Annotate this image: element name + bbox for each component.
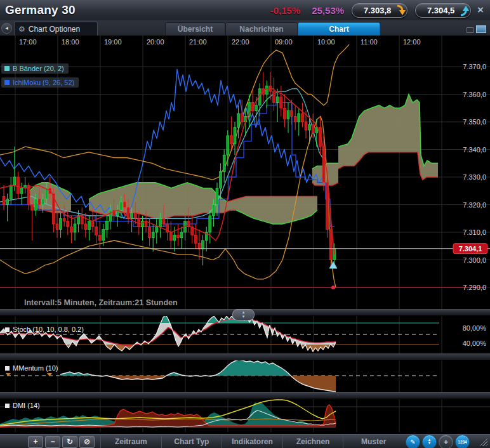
svg-text:7.304,1: 7.304,1 <box>459 245 482 253</box>
clear-icon[interactable]: ⊘ <box>79 436 95 448</box>
small-window-icon[interactable] <box>467 27 473 33</box>
trading-chart-window: Germany 30 -0,15% 25,53% 7.303,8 7.304,5… <box>0 0 490 448</box>
window-icon[interactable] <box>476 25 486 33</box>
svg-text:7.370,0: 7.370,0 <box>463 63 486 70</box>
momentum-swatch <box>5 366 10 371</box>
svg-text:7.330,0: 7.330,0 <box>463 173 486 181</box>
dmi-label-text: DMI (14) <box>13 402 40 409</box>
title-bar: Germany 30 -0,15% 25,53% 7.303,8 7.304,5… <box>0 0 490 21</box>
momentum-label-text: MMentum (10) <box>13 364 58 372</box>
svg-text:7.350,0: 7.350,0 <box>463 118 486 126</box>
svg-text:12:00: 12:00 <box>403 38 421 46</box>
draw-pencil-icon[interactable]: ✎ <box>406 435 420 448</box>
sell-arrow-down-icon <box>396 4 406 16</box>
menu-indikatoren[interactable]: Indikatoren <box>222 435 282 448</box>
panel-divider[interactable] <box>0 392 490 399</box>
stoch-level-80: 80,00% <box>463 324 486 332</box>
alert-line-dot[interactable] <box>331 286 335 289</box>
svg-text:21:00: 21:00 <box>189 38 207 46</box>
bollinger-legend-label: B Bänder (20, 2) <box>13 65 64 72</box>
dmi-panel-label: DMI (14) <box>5 402 40 409</box>
tab-uebersicht[interactable]: Übersicht <box>165 22 225 36</box>
price-axis-labels: 7.370,07.360,07.350,07.340,07.330,07.320… <box>463 63 486 291</box>
gear-icon: ⚙ <box>18 25 25 34</box>
tab-bar: ◂ ⚙ Chart Optionen Übersicht Nachrichten… <box>0 20 490 36</box>
back-arrow-button[interactable]: ◂ <box>1 23 12 34</box>
svg-text:19:00: 19:00 <box>104 38 122 46</box>
momentum-panel <box>0 360 439 392</box>
dmi-swatch <box>5 404 10 408</box>
refresh-icon[interactable]: ↻ <box>62 436 77 448</box>
chart-options-label: Chart Optionen <box>29 25 80 34</box>
candles <box>3 72 336 268</box>
ichimoku-legend-label: IchiMoku (9, 26, 52) <box>13 79 74 86</box>
bollinger-color-swatch <box>4 66 10 71</box>
stochastic-panel <box>0 315 439 352</box>
chart-canvas[interactable]: 17:0018:0019:0020:0021:0022:0009:0010:00… <box>0 36 490 434</box>
interval-status-text: Intervall:5 Minuten, Zeitraum:21 Stunden <box>24 298 178 307</box>
svg-text:17:00: 17:00 <box>19 38 37 46</box>
scroll-arrows-icon[interactable]: ▲▼ <box>422 435 437 448</box>
zoom-out-button[interactable]: − <box>45 436 60 448</box>
svg-text:7.340,0: 7.340,0 <box>463 146 486 154</box>
values-1234-icon[interactable]: 1234 <box>455 435 470 448</box>
window-layout-icons <box>467 25 486 33</box>
crosshair-icon[interactable]: + <box>439 435 453 448</box>
buy-price: 7.304,5 <box>422 6 460 15</box>
up-down-arrows: ▲▼ <box>428 438 432 445</box>
stoch-panel-label: Stoch (10, 10, 0.8, 0.2) <box>5 326 84 333</box>
menu-zeitraum[interactable]: Zeitraum <box>100 435 161 448</box>
chart-options-tab[interactable]: ⚙ Chart Optionen <box>14 22 98 36</box>
change-percent: -0,15% <box>270 5 301 16</box>
stoch-level-40: 40,00% <box>463 339 486 347</box>
bottom-toolbar: + − ↻ ⊘ Zeitraum Chart Typ Indikatoren Z… <box>0 434 490 448</box>
legend-bollinger[interactable]: B Bänder (20, 2) <box>1 63 69 74</box>
svg-text:7.360,0: 7.360,0 <box>463 91 486 98</box>
tab-chart[interactable]: Chart <box>298 22 380 36</box>
time-axis-labels: 17:0018:0019:0020:0021:0022:0009:0010:00… <box>19 38 421 46</box>
toolbar-menus: Zeitraum Chart Typ Indikatoren Zeichnen … <box>100 435 404 448</box>
menu-zeichnen[interactable]: Zeichnen <box>282 435 343 448</box>
menu-chart-typ[interactable]: Chart Typ <box>161 435 222 448</box>
svg-text:7.290,0: 7.290,0 <box>463 284 486 291</box>
stoch-label-text: Stoch (10, 10, 0.8, 0.2) <box>13 326 84 333</box>
current-price-badge: 7.304,1 <box>453 244 487 254</box>
legend-ichimoku[interactable]: IchiMoku (9, 26, 52) <box>1 77 79 88</box>
svg-text:18:00: 18:00 <box>62 38 79 46</box>
svg-text:11:00: 11:00 <box>361 38 378 46</box>
zoom-in-button[interactable]: + <box>28 436 43 448</box>
dmi-panel <box>0 400 490 428</box>
chart-area[interactable]: 17:0018:0019:0020:0021:0022:0009:0010:00… <box>0 36 490 434</box>
tab-nachrichten[interactable]: Nachrichten <box>225 22 298 36</box>
ichimoku-color-swatch <box>4 80 10 85</box>
svg-text:7.310,0: 7.310,0 <box>463 228 486 236</box>
sell-price: 7.303,8 <box>359 6 396 15</box>
resize-grip[interactable] <box>479 437 487 446</box>
splitter-down-icon: ▾ <box>242 315 245 319</box>
close-icon[interactable]: × <box>477 4 484 16</box>
svg-text:7.300,0: 7.300,0 <box>463 256 486 264</box>
svg-text:22:00: 22:00 <box>232 38 249 46</box>
sell-price-button[interactable]: 7.303,8 <box>352 3 407 18</box>
menu-muster[interactable]: Muster <box>343 435 404 448</box>
buy-arrow-up-icon <box>460 4 469 16</box>
svg-text:10:00: 10:00 <box>317 38 335 46</box>
momentum-panel-label: MMentum (10) <box>5 364 58 372</box>
panel-splitter-handle[interactable]: ▴ ▾ <box>232 309 255 320</box>
instrument-title: Germany 30 <box>5 3 76 17</box>
panel-divider[interactable] <box>0 353 490 360</box>
range-percent: 25,53% <box>312 5 344 16</box>
stoch-swatch <box>5 327 10 332</box>
svg-text:7.320,0: 7.320,0 <box>463 201 486 209</box>
svg-text:09:00: 09:00 <box>275 38 293 46</box>
buy-price-button[interactable]: 7.304,5 <box>415 3 471 18</box>
svg-text:20:00: 20:00 <box>147 38 164 46</box>
